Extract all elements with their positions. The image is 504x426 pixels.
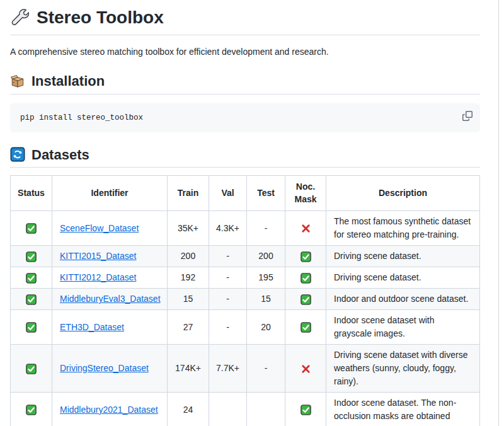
val-cell: 4.3K+ bbox=[209, 211, 247, 246]
noc-mask-cell bbox=[285, 289, 326, 310]
noc-mask-cell bbox=[285, 345, 326, 393]
train-cell: 174K+ bbox=[168, 345, 209, 393]
dataset-row: DrivingStereo_Dataset174K+7.7K+-Driving … bbox=[11, 345, 480, 393]
status-cell bbox=[11, 393, 52, 426]
noc-mask-cell bbox=[285, 393, 326, 426]
check-mark-icon bbox=[26, 273, 37, 284]
column-header-noc-mask: Noc. Mask bbox=[285, 176, 326, 211]
val-cell: - bbox=[209, 289, 247, 310]
description-cell: The most famous synthetic dataset for st… bbox=[326, 211, 480, 246]
column-header-status: Status bbox=[11, 176, 52, 211]
check-mark-icon bbox=[301, 294, 311, 305]
dataset-row: SceneFlow_Dataset35K+4.3K+-The most famo… bbox=[11, 211, 480, 246]
check-mark-icon bbox=[26, 251, 37, 262]
test-cell: 195 bbox=[247, 267, 285, 289]
datasets-table-body: SceneFlow_Dataset35K+4.3K+-The most famo… bbox=[11, 211, 480, 426]
identifier-cell: MiddleburyEval3_Dataset bbox=[52, 289, 168, 310]
page-title-row: Stereo Toolbox bbox=[10, 4, 480, 35]
test-cell: - bbox=[247, 345, 285, 393]
cross-mark-icon bbox=[301, 364, 311, 374]
check-mark-icon bbox=[26, 223, 37, 234]
page-title: Stereo Toolbox bbox=[37, 6, 164, 28]
check-mark-icon bbox=[301, 251, 311, 262]
identifier-link[interactable]: MiddleburyEval3_Dataset bbox=[60, 294, 161, 304]
val-cell: - bbox=[209, 246, 247, 267]
datasets-table: StatusIdentifierTrainValTestNoc. MaskDes… bbox=[10, 175, 480, 426]
train-cell: 15 bbox=[168, 289, 209, 310]
readme-page: Stereo Toolbox A comprehensive stereo ma… bbox=[10, 0, 480, 426]
test-cell: 20 bbox=[247, 310, 285, 345]
datasets-heading: Datasets bbox=[10, 145, 480, 168]
counterclockwise-arrows-icon bbox=[10, 147, 25, 162]
status-cell bbox=[11, 289, 52, 310]
identifier-cell: Middlebury2021_Dataset bbox=[52, 393, 168, 426]
status-cell bbox=[11, 345, 52, 393]
install-code-block: pip install stereo_toolbox bbox=[10, 103, 480, 132]
description-cell: Indoor scene dataset with grayscale imag… bbox=[326, 310, 480, 345]
installation-heading-label: Installation bbox=[32, 72, 105, 90]
status-cell bbox=[11, 267, 52, 289]
check-mark-icon bbox=[301, 405, 311, 415]
column-header-val: Val bbox=[209, 176, 247, 211]
column-header-test: Test bbox=[247, 176, 285, 211]
noc-mask-cell bbox=[285, 211, 326, 246]
val-cell: - bbox=[209, 310, 247, 345]
page-right-edge bbox=[498, 0, 499, 426]
cross-mark-icon bbox=[301, 224, 311, 233]
check-mark-icon bbox=[26, 322, 37, 333]
column-header-train: Train bbox=[168, 176, 209, 211]
description-cell: Indoor and outdoor scene dataset. bbox=[326, 289, 480, 310]
test-cell: 200 bbox=[247, 246, 285, 267]
datasets-table-header-row: StatusIdentifierTrainValTestNoc. MaskDes… bbox=[11, 176, 480, 211]
identifier-link[interactable]: DrivingStereo_Dataset bbox=[60, 363, 149, 373]
dataset-row: Middlebury2021_Dataset24Indoor scene dat… bbox=[11, 393, 480, 426]
copy-button[interactable] bbox=[459, 107, 476, 125]
identifier-link[interactable]: KITTI2015_Dataset bbox=[60, 251, 136, 261]
wrench-icon bbox=[10, 8, 29, 27]
dataset-row: KITTI2012_Dataset192-195Driving scene da… bbox=[11, 267, 480, 289]
identifier-link[interactable]: KITTI2012_Dataset bbox=[60, 272, 136, 282]
identifier-cell: KITTI2012_Dataset bbox=[52, 267, 168, 289]
identifier-cell: DrivingStereo_Dataset bbox=[52, 345, 168, 393]
identifier-link[interactable]: ETH3D_Dataset bbox=[60, 322, 124, 332]
test-cell bbox=[247, 393, 285, 426]
check-mark-icon bbox=[26, 294, 37, 305]
dataset-row: KITTI2015_Dataset200-200Driving scene da… bbox=[11, 246, 480, 267]
identifier-cell: SceneFlow_Dataset bbox=[52, 211, 168, 246]
description-cell: Driving scene dataset. bbox=[326, 246, 480, 267]
installation-heading: Installation bbox=[10, 71, 480, 95]
description-cell: Indoor scene dataset. The non-occlusion … bbox=[326, 393, 480, 426]
status-cell bbox=[11, 310, 52, 345]
test-cell: - bbox=[247, 211, 285, 246]
val-cell: 7.7K+ bbox=[209, 345, 247, 393]
description-cell: Driving scene dataset with diverse weath… bbox=[326, 345, 480, 393]
dataset-row: MiddleburyEval3_Dataset15-15Indoor and o… bbox=[11, 289, 480, 310]
check-mark-icon bbox=[26, 405, 37, 415]
intro-text: A comprehensive stereo matching toolbox … bbox=[10, 45, 480, 59]
check-mark-icon bbox=[26, 364, 37, 374]
check-mark-icon bbox=[301, 322, 311, 333]
dataset-row: ETH3D_Dataset27-20Indoor scene dataset w… bbox=[11, 310, 480, 345]
identifier-cell: KITTI2015_Dataset bbox=[52, 246, 168, 267]
train-cell: 200 bbox=[168, 246, 209, 267]
column-header-identifier: Identifier bbox=[52, 176, 168, 211]
check-mark-icon bbox=[301, 273, 311, 284]
install-command: pip install stereo_toolbox bbox=[20, 113, 143, 122]
package-icon bbox=[10, 74, 25, 89]
identifier-link[interactable]: SceneFlow_Dataset bbox=[60, 223, 139, 233]
column-header-description: Description bbox=[326, 176, 480, 211]
train-cell: 35K+ bbox=[168, 211, 209, 246]
train-cell: 192 bbox=[168, 267, 209, 289]
datasets-heading-label: Datasets bbox=[32, 146, 89, 164]
noc-mask-cell bbox=[285, 246, 326, 267]
test-cell: 15 bbox=[247, 289, 285, 310]
val-cell bbox=[209, 393, 247, 426]
noc-mask-cell bbox=[285, 267, 326, 289]
identifier-link[interactable]: Middlebury2021_Dataset bbox=[60, 405, 158, 415]
noc-mask-cell bbox=[285, 310, 326, 345]
val-cell: - bbox=[209, 267, 247, 289]
identifier-cell: ETH3D_Dataset bbox=[52, 310, 168, 345]
status-cell bbox=[11, 246, 52, 267]
train-cell: 27 bbox=[168, 310, 209, 345]
description-cell: Driving scene dataset. bbox=[326, 267, 480, 289]
